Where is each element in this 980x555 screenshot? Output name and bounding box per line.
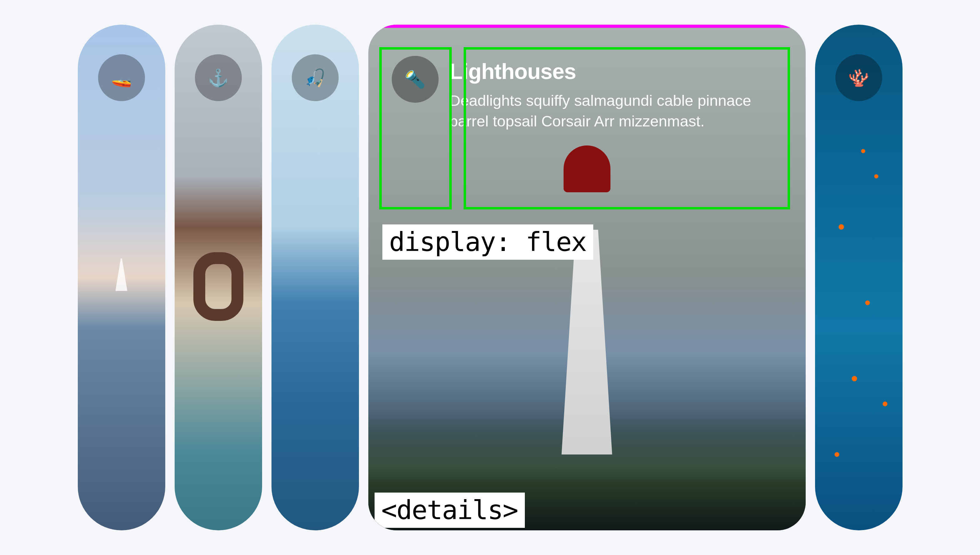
card-coral[interactable]: 🪸	[815, 25, 903, 530]
card-fishing[interactable]: 🎣	[272, 25, 359, 530]
lighthouse-silhouette	[546, 173, 628, 454]
card-lighthouses-text: Lighthouses Deadlights squiffy salmagund…	[449, 53, 777, 132]
sailboat-silhouette	[116, 258, 127, 293]
icon-glyph: 🎣	[304, 68, 325, 88]
annotation-label-details: <details>	[375, 492, 525, 528]
fishing-pole-icon: 🎣	[292, 54, 339, 101]
card-lighthouses-header: 🔦 Lighthouses Deadlights squiffy salmagu…	[369, 25, 806, 132]
anchor-icon: ⚓	[195, 54, 242, 101]
icon-glyph: 🔦	[405, 70, 425, 89]
icon-glyph: ⚓	[208, 68, 229, 88]
card-lighthouses[interactable]: 🔦 Lighthouses Deadlights squiffy salmagu…	[369, 25, 806, 530]
chain-link-shape	[193, 252, 243, 321]
card-title: Lighthouses	[449, 59, 777, 84]
fish-sprinkle	[815, 25, 903, 530]
card-boats[interactable]: 🚤	[78, 25, 165, 530]
card-description: Deadlights squiffy salmagundi cable pinn…	[449, 90, 777, 132]
accordion-horizontal: 🚤 ⚓ 🎣 🔦 Lighthouses Deadlights squiffy s…	[78, 12, 903, 543]
speedboat-icon: 🚤	[98, 54, 145, 101]
flashlight-icon: 🔦	[392, 56, 439, 103]
annotation-label-flex: display: flex	[382, 225, 593, 260]
icon-glyph: 🚤	[111, 68, 132, 88]
card-anchors[interactable]: ⚓	[175, 25, 262, 530]
